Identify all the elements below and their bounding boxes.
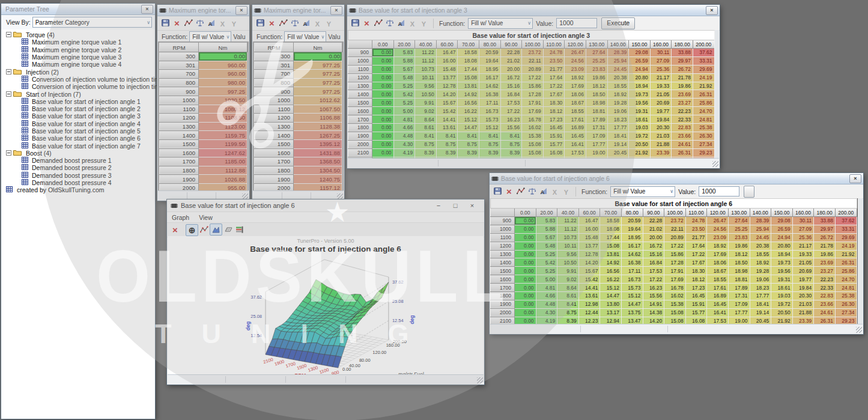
table-cell[interactable]: 17.53 (500, 99, 522, 107)
column-header[interactable]: 200.00 (835, 208, 857, 217)
table-cell[interactable]: 17.77 (750, 292, 771, 300)
table-cell[interactable]: 20.80 (771, 242, 793, 250)
row-header[interactable]: 1000 (491, 225, 515, 233)
table-cell[interactable]: 0.00 (372, 115, 394, 124)
table-cell[interactable]: 18.06 (565, 90, 586, 99)
table-cell[interactable]: 17.28 (522, 90, 544, 99)
table-cell[interactable]: 0.00 (294, 52, 342, 61)
table-cell[interactable]: 25.94 (750, 225, 771, 233)
table-cell[interactable]: 8.75 (436, 140, 458, 148)
table-cell[interactable]: 18.94 (771, 250, 793, 258)
maximize-button[interactable]: □ (447, 202, 464, 209)
table-cell[interactable]: 8.39 (458, 148, 479, 157)
table-cell[interactable]: 1267.25 (294, 131, 342, 140)
column-header[interactable]: 150.00 (771, 208, 793, 217)
table-cell[interactable]: 24.78 (685, 217, 707, 225)
table-cell[interactable]: 14.92 (600, 258, 622, 267)
tree-item[interactable]: Base value for start of injection angle … (4, 112, 155, 120)
table-cell[interactable]: 5.67 (536, 233, 557, 242)
table-cell[interactable]: 977.25 (294, 61, 342, 70)
table-cell[interactable]: 0.00 (515, 258, 536, 267)
table-cell[interactable]: 0.00 (372, 82, 394, 90)
table-cell[interactable]: 17.28 (664, 258, 686, 267)
close-button[interactable]: × (330, 6, 342, 15)
table-cell[interactable]: 0.00 (515, 275, 536, 284)
table-cell[interactable]: 11.12 (415, 56, 437, 65)
column-header[interactable]: 60.00 (436, 40, 458, 49)
table-cell[interactable]: 18.08 (600, 225, 622, 233)
table-cell[interactable]: 24.45 (750, 233, 771, 242)
table-cell[interactable]: 18.55 (707, 275, 729, 284)
table-cell[interactable]: 0.00 (199, 52, 247, 61)
minimize-button[interactable]: − (430, 202, 447, 209)
table-cell[interactable]: 24.94 (629, 65, 651, 73)
column-header[interactable]: 80.00 (479, 40, 500, 49)
table-cell[interactable]: 15.16 (643, 250, 664, 258)
table-cell[interactable]: 16.72 (500, 73, 522, 82)
row-header[interactable]: 1400 (348, 90, 372, 99)
table-cell[interactable]: 8.41 (557, 300, 579, 308)
table-cell[interactable]: 37.62 (693, 49, 714, 57)
table-cell[interactable]: 8.41 (436, 132, 458, 140)
table-cell[interactable]: 17.22 (522, 73, 544, 82)
table-cell[interactable]: 16.23 (643, 284, 664, 292)
table-cell[interactable]: 0.00 (372, 140, 394, 148)
table-cell[interactable]: 16.45 (707, 300, 729, 308)
table-cell[interactable]: 977.25 (294, 87, 342, 96)
table-cell[interactable]: 8.75 (500, 140, 522, 148)
table-cell[interactable]: 18.55 (750, 250, 771, 258)
column-header[interactable]: 20.00 (536, 208, 557, 217)
axis-label-icon[interactable]: A (300, 17, 312, 28)
row-header[interactable]: 1900 (491, 300, 515, 308)
table-cell[interactable]: 17.22 (543, 82, 565, 90)
table-cell[interactable]: 19.03 (771, 292, 793, 300)
table-cell[interactable]: 18.67 (565, 99, 586, 107)
table-cell[interactable]: 16.45 (543, 124, 565, 132)
table-cell[interactable]: 16.38 (479, 90, 500, 99)
table-cell[interactable]: 26.47 (565, 49, 586, 57)
table-cell[interactable]: 16.41 (565, 140, 586, 148)
table-cell[interactable]: 8.64 (415, 115, 437, 124)
row-header[interactable]: 1300 (160, 122, 199, 131)
table-cell[interactable]: 18.58 (600, 217, 622, 225)
table-cell[interactable]: 1240.75 (294, 175, 342, 184)
table-cell[interactable]: 26.31 (835, 258, 857, 267)
row-header[interactable]: 2000 (491, 308, 515, 317)
table-cell[interactable]: 17.91 (522, 99, 544, 107)
x-axis-icon[interactable]: X (217, 19, 228, 29)
row-header[interactable]: 300 (160, 52, 199, 61)
table-cell[interactable]: 14.47 (458, 124, 479, 132)
table-cell[interactable]: 18.12 (685, 275, 707, 284)
table-cell[interactable]: 18.92 (607, 90, 629, 99)
table-cell[interactable]: 23.83 (586, 65, 607, 73)
table-cell[interactable]: 17.23 (543, 115, 565, 124)
tree-item[interactable]: Base value for start of injection angle … (4, 120, 155, 127)
table-cell[interactable]: 1128.38 (294, 122, 342, 131)
table-cell[interactable]: 10.73 (557, 233, 579, 242)
table-cell[interactable]: 22.28 (643, 217, 664, 225)
column-header[interactable]: 120.00 (707, 208, 729, 217)
table-cell[interactable]: 26.72 (672, 65, 693, 73)
column-header[interactable]: 180.00 (814, 208, 836, 217)
row-header[interactable]: 1500 (255, 139, 294, 148)
scales-icon[interactable] (289, 17, 300, 28)
table-cell[interactable]: 0.00 (372, 99, 394, 107)
resize-grip[interactable] (856, 327, 862, 333)
table-cell[interactable]: 15.77 (543, 140, 565, 148)
column-header[interactable]: 60.00 (578, 208, 600, 217)
table-cell[interactable]: 1368.50 (294, 157, 342, 166)
table-cell[interactable]: 24.61 (672, 140, 693, 148)
table-cell[interactable]: 16.41 (707, 308, 729, 317)
column-header[interactable]: 40.00 (557, 208, 579, 217)
table-cell[interactable]: 17.67 (685, 258, 707, 267)
titlebar[interactable]: Base value for start of injection angle … (347, 5, 720, 16)
titlebar[interactable]: Maximum engine tor... × (252, 5, 344, 16)
collapse-icon[interactable] (6, 91, 11, 98)
table-cell[interactable]: 9.56 (415, 82, 437, 90)
tree-item[interactable]: Demanded boost pressure 2 (4, 164, 155, 171)
table-cell[interactable]: 15.48 (578, 233, 600, 242)
table-cell[interactable]: 37.62 (835, 217, 857, 225)
column-header[interactable]: 120.00 (565, 40, 586, 49)
table-cell[interactable]: 5.00 (393, 107, 415, 115)
table-cell[interactable]: 18.98 (728, 267, 750, 275)
